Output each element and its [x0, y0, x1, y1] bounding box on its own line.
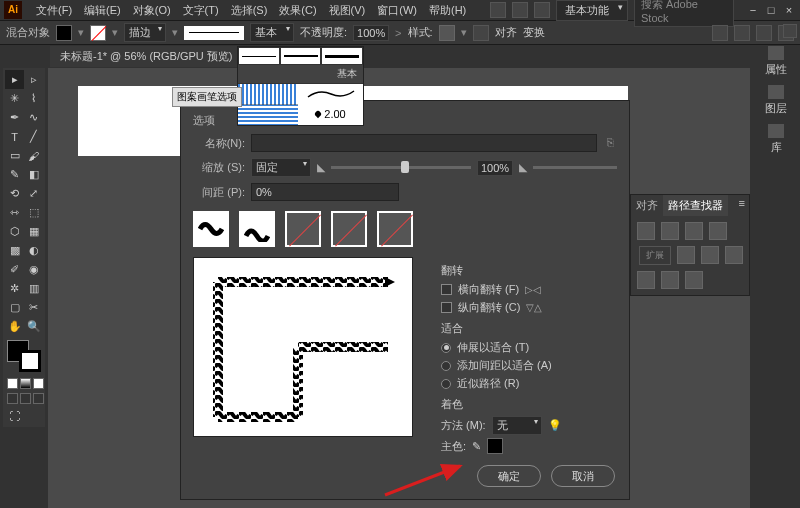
menu-select[interactable]: 选择(S)	[225, 3, 274, 18]
cloud-sync-icon[interactable]	[490, 2, 506, 18]
eyedropper-tool-icon[interactable]: ✐	[5, 260, 24, 279]
scale-lock-left-icon[interactable]: ◣	[317, 161, 325, 174]
brush-preset-2[interactable]	[280, 47, 322, 65]
menu-object[interactable]: 对象(O)	[127, 3, 177, 18]
artboard-tool-icon[interactable]: ▢	[5, 298, 24, 317]
column-graph-tool-icon[interactable]: ▥	[24, 279, 43, 298]
window-close-icon[interactable]: ×	[782, 4, 796, 16]
draw-inside-icon[interactable]	[33, 393, 44, 404]
slice-tool-icon[interactable]: ✂	[24, 298, 43, 317]
outline-icon[interactable]	[661, 271, 679, 289]
start-tile[interactable]	[331, 211, 367, 247]
stroke-dropdown[interactable]: 描边	[124, 23, 166, 42]
hand-tool-icon[interactable]: ✋	[5, 317, 24, 336]
align-to-icon[interactable]	[756, 25, 772, 41]
shaper-tool-icon[interactable]: ✎	[5, 165, 24, 184]
gpu-preview-icon[interactable]	[534, 2, 550, 18]
paintbrush-tool-icon[interactable]: 🖌	[24, 146, 43, 165]
unite-icon[interactable]	[637, 222, 655, 240]
key-color-swatch[interactable]	[487, 438, 503, 454]
width-tool-icon[interactable]: ⇿	[5, 203, 24, 222]
minus-front-icon[interactable]	[661, 222, 679, 240]
window-maximize-icon[interactable]: □	[764, 4, 778, 16]
brush-basic-dropdown[interactable]: 基本	[250, 23, 294, 42]
workspace-switcher[interactable]: 基本功能	[556, 0, 628, 21]
none-mode-icon[interactable]	[33, 378, 44, 389]
gradient-tool-icon[interactable]: ◐	[24, 241, 43, 260]
spacing-input[interactable]	[251, 183, 399, 201]
eyedropper-icon[interactable]: ✎	[472, 440, 481, 453]
arrange-docs-icon[interactable]	[512, 2, 528, 18]
menu-window[interactable]: 窗口(W)	[371, 3, 423, 18]
libraries-panel-button[interactable]: 库	[768, 124, 784, 155]
stroke-color-icon[interactable]	[19, 350, 41, 372]
window-minimize-icon[interactable]: −	[746, 4, 760, 16]
pathfinder-tab[interactable]: 路径查找器	[663, 195, 728, 216]
align-tab[interactable]: 对齐	[631, 195, 663, 216]
fit-approx-radio[interactable]	[441, 379, 451, 389]
curvature-tool-icon[interactable]: ∿	[24, 108, 43, 127]
zoom-tool-icon[interactable]: 🔍	[24, 317, 43, 336]
adobe-stock-search[interactable]: 搜索 Adobe Stock	[634, 0, 734, 27]
brush-preset-1[interactable]	[238, 47, 280, 65]
eraser-tool-icon[interactable]: ◧	[24, 165, 43, 184]
pattern-brush-thumbnail[interactable]	[238, 84, 298, 125]
inner-corner-tile[interactable]	[285, 211, 321, 247]
recolor-icon[interactable]	[473, 25, 489, 41]
direct-selection-tool-icon[interactable]: ▹	[24, 70, 43, 89]
screen-mode-icon[interactable]: ⛶	[5, 406, 24, 425]
colorize-method-dropdown[interactable]: 无	[492, 416, 542, 435]
scale-lock-right-icon[interactable]: ◣	[519, 161, 527, 174]
type-tool-icon[interactable]: T	[5, 127, 24, 146]
magic-wand-tool-icon[interactable]: ✳	[5, 89, 24, 108]
pen-tool-icon[interactable]: ✒	[5, 108, 24, 127]
mesh-tool-icon[interactable]: ▩	[5, 241, 24, 260]
scale-value-input[interactable]	[477, 160, 513, 176]
menu-file[interactable]: 文件(F)	[30, 3, 78, 18]
symbol-sprayer-tool-icon[interactable]: ✲	[5, 279, 24, 298]
menu-view[interactable]: 视图(V)	[323, 3, 372, 18]
brush-name-input[interactable]	[251, 134, 597, 152]
draw-behind-icon[interactable]	[20, 393, 31, 404]
shape-builder-tool-icon[interactable]: ⬡	[5, 222, 24, 241]
flip-vertical-checkbox[interactable]	[441, 302, 452, 313]
menu-edit[interactable]: 编辑(E)	[78, 3, 127, 18]
scale-slider[interactable]	[331, 166, 471, 169]
align-link[interactable]: 对齐	[495, 25, 517, 40]
gradient-mode-icon[interactable]	[20, 378, 31, 389]
graphic-style-swatch[interactable]	[439, 25, 455, 41]
blend-tool-icon[interactable]: ◉	[24, 260, 43, 279]
menu-type[interactable]: 文字(T)	[177, 3, 225, 18]
fill-stroke-control[interactable]	[5, 340, 43, 372]
menu-effect[interactable]: 效果(C)	[273, 3, 322, 18]
ok-button[interactable]: 确定	[477, 465, 541, 487]
stroke-profile-preview[interactable]	[184, 26, 244, 40]
selection-tool-icon[interactable]: ▸	[5, 70, 24, 89]
trim-icon[interactable]	[701, 246, 719, 264]
scale-tool-icon[interactable]: ⤢	[24, 184, 43, 203]
merge-icon[interactable]	[725, 246, 743, 264]
properties-panel-button[interactable]: 属性	[765, 46, 787, 77]
expand-button[interactable]: 扩展	[639, 246, 671, 265]
perspective-tool-icon[interactable]: ▦	[24, 222, 43, 241]
scale-slider-2[interactable]	[533, 166, 617, 169]
layers-panel-button[interactable]: 图层	[765, 85, 787, 116]
minus-back-icon[interactable]	[685, 271, 703, 289]
transform-link[interactable]: 变换	[523, 25, 545, 40]
divide-icon[interactable]	[677, 246, 695, 264]
end-tile[interactable]	[377, 211, 413, 247]
menu-help[interactable]: 帮助(H)	[423, 3, 472, 18]
color-mode-icon[interactable]	[7, 378, 18, 389]
link-icon[interactable]: ⎘	[603, 136, 617, 150]
draw-normal-icon[interactable]	[7, 393, 18, 404]
expand-panels-icon[interactable]	[783, 24, 797, 38]
tips-icon[interactable]: 💡	[548, 419, 562, 432]
fill-swatch[interactable]	[56, 25, 72, 41]
cancel-button[interactable]: 取消	[551, 465, 615, 487]
intersect-icon[interactable]	[685, 222, 703, 240]
side-tile[interactable]	[193, 211, 229, 247]
document-tab[interactable]: 未标题-1* @ 56% (RGB/GPU 预览) ×	[50, 46, 255, 67]
panel-menu-icon[interactable]: ≡	[735, 195, 749, 216]
lasso-tool-icon[interactable]: ⌇	[24, 89, 43, 108]
free-transform-tool-icon[interactable]: ⬚	[24, 203, 43, 222]
